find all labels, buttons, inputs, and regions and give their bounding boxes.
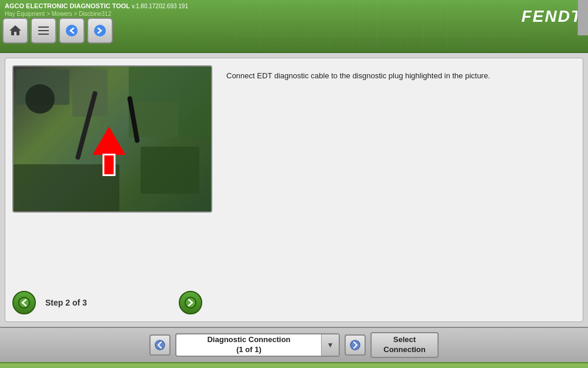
equipment-photo <box>14 67 211 211</box>
svg-rect-0 <box>38 26 49 28</box>
svg-rect-1 <box>38 30 49 31</box>
fendt-logo: FENDT <box>522 7 582 26</box>
app-title: AGCO ELECTRONIC DIAGNOSTIC TOOL <box>5 2 130 9</box>
forward-button[interactable] <box>87 18 113 44</box>
step-label: Step 2 of 3 <box>45 298 87 307</box>
content-top: Connect EDT diagnostic cable to the disg… <box>12 65 576 279</box>
step-forward-button[interactable] <box>179 291 202 314</box>
step-controls: Step 2 of 3 <box>12 284 576 314</box>
menu-button[interactable] <box>31 18 56 44</box>
instruction-content: Connect EDT diagnostic cable to the disg… <box>226 71 490 80</box>
equipment-image-area <box>12 65 212 213</box>
step-back-button[interactable] <box>12 291 36 314</box>
scrollbar-area <box>577 0 588 35</box>
nav-buttons <box>2 18 113 44</box>
connection-bar: Diagnostic Connection (1 of 1) ▼ Select … <box>0 327 588 362</box>
connection-next-button[interactable] <box>345 334 366 356</box>
connection-prev-button[interactable] <box>149 334 171 356</box>
connection-text: Diagnostic Connection (1 of 1) <box>176 335 321 355</box>
svg-point-5 <box>19 297 29 308</box>
top-bar: AGCO ELECTRONIC DIAGNOSTIC TOOL v.1.80.1… <box>0 0 588 53</box>
arrow-indicator <box>92 127 125 176</box>
home-button[interactable] <box>2 18 28 44</box>
app-title-area: AGCO ELECTRONIC DIAGNOSTIC TOOL v.1.80.1… <box>5 2 188 9</box>
status-bar: USA 🇬🇧 🚜 Current Region : Western Europe… <box>0 362 588 368</box>
select-btn-line2: Connection <box>383 345 426 355</box>
select-btn-line1: Select <box>383 335 426 345</box>
svg-point-6 <box>185 297 196 308</box>
dropdown-arrow-icon[interactable]: ▼ <box>321 334 339 356</box>
breadcrumb: Hay Equipment > Mowers > Discbine312 <box>5 11 111 17</box>
map-background <box>235 0 529 52</box>
back-button[interactable] <box>59 18 85 44</box>
select-connection-button[interactable]: Select Connection <box>370 332 439 358</box>
svg-point-8 <box>350 340 360 350</box>
app-version: v.1.80.17202.693 191 <box>132 3 188 9</box>
instruction-text: Connect EDT diagnostic cable to the disg… <box>222 65 576 279</box>
content-panel: Connect EDT diagnostic cable to the disg… <box>5 58 583 322</box>
connection-selector[interactable]: Diagnostic Connection (1 of 1) ▼ <box>175 333 340 357</box>
main-area: Connect EDT diagnostic cable to the disg… <box>0 53 588 327</box>
svg-rect-2 <box>38 34 49 35</box>
svg-point-7 <box>155 340 165 350</box>
